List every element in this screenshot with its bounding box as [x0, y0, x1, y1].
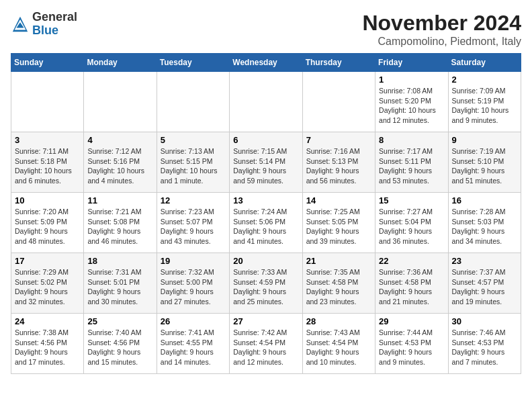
- day-info: Sunrise: 7:19 AM Sunset: 5:10 PM Dayligh…: [452, 146, 517, 186]
- calendar-cell: [11, 72, 84, 132]
- day-number: 24: [15, 316, 80, 326]
- day-info: Sunrise: 7:35 AM Sunset: 4:58 PM Dayligh…: [306, 267, 371, 307]
- calendar-cell: 16Sunrise: 7:28 AM Sunset: 5:03 PM Dayli…: [448, 193, 521, 253]
- day-number: 10: [15, 195, 80, 205]
- day-number: 2: [452, 75, 517, 85]
- calendar-cell: 22Sunrise: 7:36 AM Sunset: 4:58 PM Dayli…: [375, 253, 448, 314]
- day-number: 30: [452, 316, 517, 326]
- day-number: 17: [15, 256, 80, 266]
- day-info: Sunrise: 7:12 AM Sunset: 5:16 PM Dayligh…: [87, 146, 152, 186]
- day-number: 6: [233, 135, 298, 145]
- calendar-cell: 15Sunrise: 7:27 AM Sunset: 5:04 PM Dayli…: [375, 193, 448, 253]
- day-number: 7: [306, 135, 371, 145]
- day-info: Sunrise: 7:24 AM Sunset: 5:06 PM Dayligh…: [233, 207, 298, 246]
- calendar-cell: 25Sunrise: 7:40 AM Sunset: 4:56 PM Dayli…: [84, 314, 157, 374]
- calendar-cell: 24Sunrise: 7:38 AM Sunset: 4:56 PM Dayli…: [11, 314, 84, 374]
- day-info: Sunrise: 7:13 AM Sunset: 5:15 PM Dayligh…: [161, 146, 226, 186]
- calendar-cell: 5Sunrise: 7:13 AM Sunset: 5:15 PM Daylig…: [157, 132, 229, 193]
- calendar-cell: 1Sunrise: 7:08 AM Sunset: 5:20 PM Daylig…: [375, 72, 448, 132]
- day-number: 21: [306, 256, 371, 266]
- calendar-cell: [302, 72, 375, 132]
- header: General Blue November 2024 Campomolino, …: [11, 11, 521, 48]
- logo-icon: [11, 15, 30, 34]
- day-number: 5: [161, 135, 226, 145]
- day-number: 22: [379, 256, 444, 266]
- day-info: Sunrise: 7:37 AM Sunset: 4:57 PM Dayligh…: [452, 267, 517, 307]
- calendar-cell: 26Sunrise: 7:41 AM Sunset: 4:55 PM Dayli…: [157, 314, 229, 374]
- calendar-cell: 29Sunrise: 7:44 AM Sunset: 4:53 PM Dayli…: [375, 314, 448, 374]
- calendar-cell: [230, 72, 302, 132]
- calendar-cell: 20Sunrise: 7:33 AM Sunset: 4:59 PM Dayli…: [230, 253, 302, 314]
- day-info: Sunrise: 7:15 AM Sunset: 5:14 PM Dayligh…: [233, 146, 298, 186]
- day-info: Sunrise: 7:27 AM Sunset: 5:04 PM Dayligh…: [379, 207, 444, 246]
- day-number: 23: [452, 256, 517, 266]
- calendar-cell: 2Sunrise: 7:09 AM Sunset: 5:19 PM Daylig…: [448, 72, 521, 132]
- logo-blue-text: Blue: [32, 24, 58, 37]
- day-info: Sunrise: 7:31 AM Sunset: 5:01 PM Dayligh…: [87, 267, 152, 307]
- calendar-header-cell: Monday: [84, 54, 157, 72]
- calendar-cell: 28Sunrise: 7:43 AM Sunset: 4:54 PM Dayli…: [302, 314, 375, 374]
- day-info: Sunrise: 7:23 AM Sunset: 5:07 PM Dayligh…: [161, 207, 226, 246]
- day-info: Sunrise: 7:16 AM Sunset: 5:13 PM Dayligh…: [306, 146, 371, 186]
- day-number: 26: [161, 316, 226, 326]
- day-info: Sunrise: 7:41 AM Sunset: 4:55 PM Dayligh…: [161, 328, 226, 367]
- day-number: 9: [452, 135, 517, 145]
- calendar-header-cell: Saturday: [448, 54, 521, 72]
- calendar-week-row: 17Sunrise: 7:29 AM Sunset: 5:02 PM Dayli…: [11, 253, 521, 314]
- day-info: Sunrise: 7:21 AM Sunset: 5:08 PM Dayligh…: [87, 207, 152, 246]
- title-area: November 2024 Campomolino, Piedmont, Ita…: [362, 11, 521, 48]
- day-info: Sunrise: 7:43 AM Sunset: 4:54 PM Dayligh…: [306, 328, 371, 367]
- day-info: Sunrise: 7:17 AM Sunset: 5:11 PM Dayligh…: [379, 146, 444, 186]
- day-number: 20: [233, 256, 298, 266]
- day-info: Sunrise: 7:20 AM Sunset: 5:09 PM Dayligh…: [15, 207, 80, 246]
- calendar-cell: 19Sunrise: 7:32 AM Sunset: 5:00 PM Dayli…: [157, 253, 229, 314]
- day-number: 18: [87, 256, 152, 266]
- calendar-cell: 27Sunrise: 7:42 AM Sunset: 4:54 PM Dayli…: [230, 314, 302, 374]
- day-info: Sunrise: 7:36 AM Sunset: 4:58 PM Dayligh…: [379, 267, 444, 307]
- calendar-header-row: SundayMondayTuesdayWednesdayThursdayFrid…: [11, 54, 521, 72]
- day-info: Sunrise: 7:42 AM Sunset: 4:54 PM Dayligh…: [233, 328, 298, 367]
- day-number: 4: [87, 135, 152, 145]
- day-info: Sunrise: 7:11 AM Sunset: 5:18 PM Dayligh…: [15, 146, 80, 186]
- day-info: Sunrise: 7:08 AM Sunset: 5:20 PM Dayligh…: [379, 86, 444, 126]
- day-info: Sunrise: 7:44 AM Sunset: 4:53 PM Dayligh…: [379, 328, 444, 367]
- day-info: Sunrise: 7:25 AM Sunset: 5:05 PM Dayligh…: [306, 207, 371, 246]
- day-info: Sunrise: 7:32 AM Sunset: 5:00 PM Dayligh…: [161, 267, 226, 307]
- calendar-cell: 14Sunrise: 7:25 AM Sunset: 5:05 PM Dayli…: [302, 193, 375, 253]
- day-number: 12: [161, 195, 226, 205]
- logo-general-text: General: [32, 10, 77, 24]
- calendar-cell: 13Sunrise: 7:24 AM Sunset: 5:06 PM Dayli…: [230, 193, 302, 253]
- day-number: 28: [306, 316, 371, 326]
- calendar-week-row: 10Sunrise: 7:20 AM Sunset: 5:09 PM Dayli…: [11, 193, 521, 253]
- day-number: 16: [452, 195, 517, 205]
- calendar-cell: 21Sunrise: 7:35 AM Sunset: 4:58 PM Dayli…: [302, 253, 375, 314]
- day-number: 15: [379, 195, 444, 205]
- calendar-header-cell: Friday: [375, 54, 448, 72]
- calendar-header-cell: Tuesday: [157, 54, 229, 72]
- calendar-cell: 17Sunrise: 7:29 AM Sunset: 5:02 PM Dayli…: [11, 253, 84, 314]
- location-title: Campomolino, Piedmont, Italy: [362, 36, 521, 48]
- calendar-cell: 23Sunrise: 7:37 AM Sunset: 4:57 PM Dayli…: [448, 253, 521, 314]
- calendar-cell: 18Sunrise: 7:31 AM Sunset: 5:01 PM Dayli…: [84, 253, 157, 314]
- day-info: Sunrise: 7:33 AM Sunset: 4:59 PM Dayligh…: [233, 267, 298, 307]
- day-number: 13: [233, 195, 298, 205]
- calendar-header-cell: Wednesday: [230, 54, 302, 72]
- calendar-cell: 30Sunrise: 7:46 AM Sunset: 4:53 PM Dayli…: [448, 314, 521, 374]
- day-info: Sunrise: 7:46 AM Sunset: 4:53 PM Dayligh…: [452, 328, 517, 367]
- day-info: Sunrise: 7:29 AM Sunset: 5:02 PM Dayligh…: [15, 267, 80, 307]
- calendar-week-row: 3Sunrise: 7:11 AM Sunset: 5:18 PM Daylig…: [11, 132, 521, 193]
- calendar-cell: 9Sunrise: 7:19 AM Sunset: 5:10 PM Daylig…: [448, 132, 521, 193]
- calendar-week-row: 24Sunrise: 7:38 AM Sunset: 4:56 PM Dayli…: [11, 314, 521, 374]
- calendar: SundayMondayTuesdayWednesdayThursdayFrid…: [11, 53, 521, 374]
- calendar-cell: 3Sunrise: 7:11 AM Sunset: 5:18 PM Daylig…: [11, 132, 84, 193]
- calendar-week-row: 1Sunrise: 7:08 AM Sunset: 5:20 PM Daylig…: [11, 72, 521, 132]
- calendar-header-cell: Sunday: [11, 54, 84, 72]
- calendar-cell: 11Sunrise: 7:21 AM Sunset: 5:08 PM Dayli…: [84, 193, 157, 253]
- month-title: November 2024: [362, 11, 521, 36]
- calendar-cell: 6Sunrise: 7:15 AM Sunset: 5:14 PM Daylig…: [230, 132, 302, 193]
- calendar-cell: 8Sunrise: 7:17 AM Sunset: 5:11 PM Daylig…: [375, 132, 448, 193]
- calendar-cell: 7Sunrise: 7:16 AM Sunset: 5:13 PM Daylig…: [302, 132, 375, 193]
- day-number: 11: [87, 195, 152, 205]
- day-number: 19: [161, 256, 226, 266]
- day-number: 8: [379, 135, 444, 145]
